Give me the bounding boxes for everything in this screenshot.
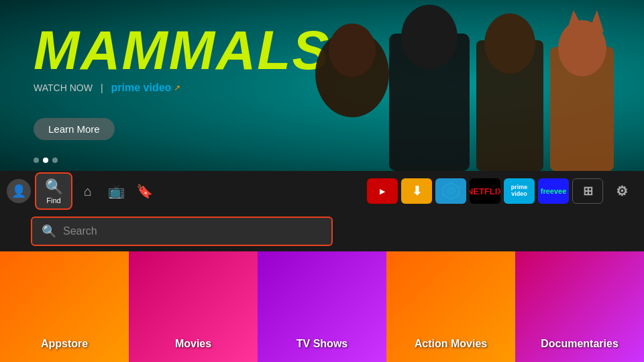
hero-dot-2[interactable] [43, 158, 48, 163]
navbar: 👤 🔍 Find ⌂ 📺 🔖 ▶ ⬇ NETFLIX [0, 171, 644, 211]
expressvpn-logo: ▶ [380, 188, 385, 195]
search-placeholder: Search [63, 225, 97, 237]
app-freevee[interactable]: freevee [538, 178, 569, 204]
freevee-logo: freevee [541, 187, 567, 195]
category-tvshows[interactable]: TV Shows [258, 251, 386, 362]
home-button[interactable]: ⌂ [75, 178, 101, 204]
svg-point-3 [401, 5, 458, 69]
hero-dot-1[interactable] [34, 158, 39, 163]
bookmark-icon: 🔖 [136, 183, 153, 199]
watch-now-text: WATCH NOW [34, 82, 93, 93]
hero-section: MAMMALS WATCH NOW | prime video ↗ Learn … [0, 0, 644, 171]
prime-video-text: prime video [111, 82, 172, 94]
downloader-notification-dot [425, 180, 431, 185]
prime-video-logo: prime video ↗ [111, 82, 181, 94]
bookmark-button[interactable]: 🔖 [131, 178, 157, 204]
hero-dot-3[interactable] [52, 158, 58, 163]
svg-marker-8 [567, 10, 584, 30]
hero-characters [255, 0, 644, 171]
app-downloader[interactable]: ⬇ [401, 178, 432, 204]
user-avatar[interactable]: 👤 [7, 179, 31, 203]
app-bar: ▶ ⬇ NETFLIX primevideo freevee ⊞ ⚙ [367, 178, 637, 204]
settings-button[interactable]: ⚙ [606, 178, 637, 204]
svg-marker-9 [589, 10, 604, 32]
hero-dots [34, 158, 58, 163]
downloader-icon: ⬇ [412, 184, 422, 198]
prime-video-arrow: ↗ [174, 83, 180, 93]
category-documentaries-label: Documentaries [541, 338, 619, 350]
search-box[interactable]: 🔍 Search [31, 217, 333, 246]
category-documentaries[interactable]: Documentaries [515, 251, 644, 362]
avatar-icon: 👤 [11, 184, 26, 198]
kodi-logo [441, 182, 460, 200]
home-icon: ⌂ [84, 184, 92, 199]
find-button[interactable]: 🔍 Find [35, 172, 72, 210]
svg-marker-11 [445, 186, 456, 196]
hero-divider: | [101, 82, 103, 93]
tv-icon: 📺 [108, 183, 125, 199]
app-primevideo[interactable]: primevideo [504, 178, 535, 204]
app-kodi[interactable] [435, 178, 466, 204]
category-tvshows-label: TV Shows [297, 338, 347, 350]
category-action-label: Action Movies [415, 338, 487, 350]
categories-section: Appstore Movies TV Shows Action Movies D… [0, 251, 644, 362]
characters-svg [255, 0, 644, 171]
find-label: Find [46, 196, 60, 204]
app-grid-button[interactable]: ⊞ [572, 178, 603, 204]
search-icon: 🔍 [42, 224, 56, 239]
find-search-icon: 🔍 [45, 178, 63, 196]
hero-subtitle: WATCH NOW | prime video ↗ [34, 82, 180, 94]
svg-point-5 [484, 13, 535, 74]
search-section: 🔍 Search [0, 211, 644, 251]
category-appstore-label: Appstore [41, 338, 88, 350]
category-movies[interactable]: Movies [129, 251, 258, 362]
svg-point-1 [329, 23, 376, 77]
primevideo-logo: primevideo [511, 184, 528, 198]
learn-more-button[interactable]: Learn More [34, 118, 115, 140]
category-movies-label: Movies [175, 338, 211, 350]
tv-button[interactable]: 📺 [103, 178, 129, 204]
category-appstore[interactable]: Appstore [0, 251, 129, 362]
category-action-movies[interactable]: Action Movies [386, 251, 515, 362]
netflix-logo: NETFLIX [470, 186, 500, 196]
app-netflix[interactable]: NETFLIX [470, 178, 500, 204]
app-expressvpn[interactable]: ▶ [367, 178, 398, 204]
